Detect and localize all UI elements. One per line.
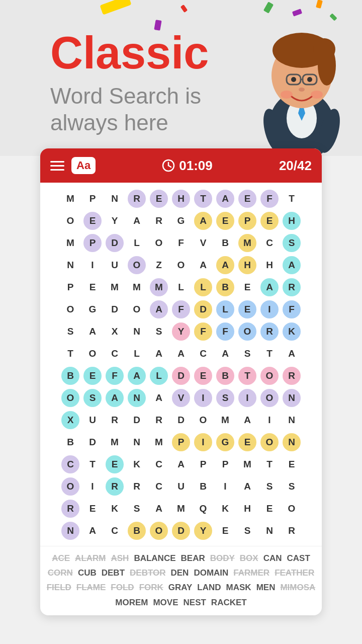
grid-cell[interactable]: S — [281, 475, 303, 498]
grid-cell[interactable]: D — [126, 409, 148, 431]
grid-cell[interactable]: E — [236, 276, 258, 298]
grid-cell[interactable]: A — [81, 320, 104, 343]
grid-cell[interactable]: H — [236, 254, 258, 276]
grid-cell[interactable]: O — [148, 232, 170, 254]
grid-cell[interactable]: E — [104, 453, 126, 475]
grid-cell[interactable]: K — [214, 498, 236, 520]
grid-cell[interactable]: N — [126, 387, 148, 409]
grid-cell[interactable]: X — [59, 409, 81, 431]
grid-cell[interactable]: B — [214, 232, 236, 254]
grid-cell[interactable]: P — [81, 232, 104, 254]
grid-cell[interactable]: S — [258, 475, 281, 498]
grid-cell[interactable]: K — [126, 453, 148, 475]
font-size-button[interactable]: Aa — [71, 157, 96, 174]
grid-cell[interactable]: E — [258, 210, 281, 232]
grid-cell[interactable]: A — [214, 343, 236, 365]
grid-cell[interactable]: A — [148, 498, 170, 520]
grid-cell[interactable]: A — [170, 343, 192, 365]
grid-cell[interactable]: M — [236, 232, 258, 254]
grid-cell[interactable]: A — [148, 387, 170, 409]
grid-cell[interactable]: R — [126, 188, 148, 210]
grid-cell[interactable]: A — [126, 365, 148, 387]
grid-cell[interactable]: O — [59, 475, 81, 498]
grid-cell[interactable]: H — [170, 188, 192, 210]
grid-cell[interactable]: A — [81, 520, 104, 542]
grid-cell[interactable]: I — [214, 475, 236, 498]
grid-cell[interactable]: E — [281, 453, 303, 475]
grid-cell[interactable]: N — [281, 409, 303, 431]
grid-cell[interactable]: C — [104, 343, 126, 365]
grid-cell[interactable]: L — [148, 365, 170, 387]
grid-cell[interactable]: I — [81, 254, 104, 276]
grid-cell[interactable]: P — [59, 276, 81, 298]
grid-cell[interactable]: H — [281, 210, 303, 232]
grid-cell[interactable]: E — [148, 188, 170, 210]
grid-cell[interactable]: A — [192, 210, 214, 232]
grid-cell[interactable]: T — [258, 343, 281, 365]
grid-cell[interactable]: E — [81, 276, 104, 298]
grid-cell[interactable]: B — [214, 276, 236, 298]
grid-cell[interactable]: V — [192, 232, 214, 254]
grid-cell[interactable]: B — [214, 365, 236, 387]
grid-cell[interactable]: N — [281, 431, 303, 453]
grid-cell[interactable]: I — [236, 387, 258, 409]
grid-cell[interactable]: I — [258, 298, 281, 320]
grid-cell[interactable]: T — [236, 365, 258, 387]
grid-cell[interactable]: X — [104, 320, 126, 343]
grid-cell[interactable]: L — [214, 298, 236, 320]
grid-cell[interactable]: R — [281, 520, 303, 542]
grid-cell[interactable]: E — [81, 498, 104, 520]
grid-cell[interactable]: L — [126, 343, 148, 365]
grid-cell[interactable]: G — [170, 210, 192, 232]
grid-cell[interactable]: M — [236, 453, 258, 475]
grid-cell[interactable]: M — [59, 188, 81, 210]
grid-cell[interactable]: A — [214, 188, 236, 210]
grid-cell[interactable]: Y — [192, 520, 214, 542]
grid-cell[interactable]: F — [214, 320, 236, 343]
grid-cell[interactable]: N — [258, 520, 281, 542]
grid-cell[interactable]: O — [170, 254, 192, 276]
grid-cell[interactable]: G — [81, 298, 104, 320]
grid-cell[interactable]: O — [59, 298, 81, 320]
grid-cell[interactable]: E — [81, 365, 104, 387]
grid-cell[interactable]: D — [104, 298, 126, 320]
grid-cell[interactable]: P — [236, 210, 258, 232]
grid-cell[interactable]: A — [214, 254, 236, 276]
grid-cell[interactable]: E — [214, 210, 236, 232]
grid-cell[interactable]: A — [236, 475, 258, 498]
grid-cell[interactable]: M — [126, 276, 148, 298]
grid-cell[interactable]: B — [126, 520, 148, 542]
grid-cell[interactable]: C — [104, 520, 126, 542]
grid-cell[interactable]: U — [104, 254, 126, 276]
grid-cell[interactable]: L — [170, 276, 192, 298]
grid-cell[interactable]: T — [59, 343, 81, 365]
grid-cell[interactable]: C — [59, 453, 81, 475]
grid-cell[interactable]: N — [59, 520, 81, 542]
grid-cell[interactable]: D — [170, 409, 192, 431]
grid-cell[interactable]: S — [148, 320, 170, 343]
grid-cell[interactable]: M — [170, 498, 192, 520]
grid-cell[interactable]: B — [59, 365, 81, 387]
grid-cell[interactable]: I — [258, 409, 281, 431]
grid-cell[interactable]: O — [126, 254, 148, 276]
grid-cell[interactable]: A — [281, 254, 303, 276]
grid-cell[interactable]: H — [258, 254, 281, 276]
grid-cell[interactable]: N — [281, 387, 303, 409]
grid-cell[interactable]: Q — [192, 498, 214, 520]
grid-cell[interactable]: O — [236, 320, 258, 343]
grid-cell[interactable]: S — [81, 387, 104, 409]
grid-cell[interactable]: A — [281, 343, 303, 365]
grid-cell[interactable]: C — [148, 453, 170, 475]
grid-cell[interactable]: E — [236, 188, 258, 210]
grid-cell[interactable]: T — [258, 453, 281, 475]
grid-cell[interactable]: P — [214, 453, 236, 475]
grid-cell[interactable]: A — [192, 254, 214, 276]
grid-cell[interactable]: O — [281, 498, 303, 520]
grid-cell[interactable]: Z — [148, 254, 170, 276]
grid-cell[interactable]: O — [59, 210, 81, 232]
grid-cell[interactable]: N — [59, 254, 81, 276]
grid-cell[interactable]: A — [104, 387, 126, 409]
grid-cell[interactable]: E — [236, 431, 258, 453]
grid-cell[interactable]: U — [81, 409, 104, 431]
grid-cell[interactable]: M — [104, 276, 126, 298]
